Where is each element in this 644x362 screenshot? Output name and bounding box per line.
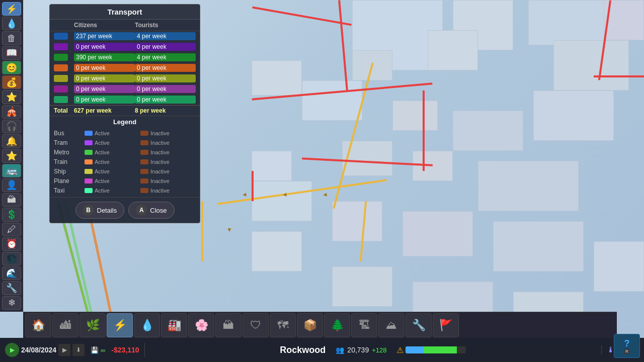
close-button[interactable]: A Close	[128, 202, 174, 219]
toolbar-icon-flag[interactable]: 🚩	[433, 313, 459, 337]
transport-row-ship: 0 per week 0 per week	[50, 73, 200, 84]
sidebar-btn-dark[interactable]: 🌑	[2, 252, 21, 265]
details-button[interactable]: B Details	[75, 202, 125, 219]
r-badge: R	[624, 349, 630, 354]
sidebar-btn-audio[interactable]: 🎧	[2, 120, 21, 133]
population-area: 👥 20,739 +128	[336, 346, 386, 354]
details-key: B	[83, 205, 94, 216]
sidebar-btn-terrain[interactable]: 🏔	[2, 193, 21, 207]
bottom-toolbar: 🏠 🏙 🌿 ⚡ 💧 🏭 🌸 🏔 🛡 🗺 📦 🌲 🏗 ⛰ 🔧 🚩	[23, 312, 617, 338]
tram-citizens: 0 per week	[74, 43, 135, 51]
legend-tram-inactive-swatch	[140, 140, 148, 145]
legend-ship-name: Ship	[54, 167, 84, 176]
toolbar-icon-city[interactable]: 🏙	[52, 313, 78, 337]
speed-options-button[interactable]: ⬇	[72, 344, 85, 356]
toolbar-icon-wrench[interactable]: 🔧	[406, 313, 432, 337]
legend-train-active: Active	[85, 157, 140, 166]
transport-row-bus: 237 per week 4 per week	[50, 31, 200, 42]
legend-tram-name: Tram	[54, 138, 84, 147]
happiness-bar	[406, 346, 466, 353]
legend-tram-inactive-label: Inactive	[150, 140, 170, 146]
legend-taxi-active: Active	[85, 186, 140, 195]
legend-plane-active: Active	[85, 176, 140, 186]
sidebar-btn-budget[interactable]: 💲	[2, 208, 21, 221]
sidebar-btn-power[interactable]: ⚡	[2, 2, 21, 16]
sidebar-btn-trash[interactable]: 🗑	[2, 31, 21, 45]
city-name: Rockwood	[280, 345, 326, 355]
legend-taxi-active-label: Active	[95, 188, 110, 194]
toolbar-icon-flower[interactable]: 🌸	[188, 313, 214, 337]
toolbar-icon-hill[interactable]: ⛰	[378, 313, 405, 337]
toolbar-icon-nature[interactable]: 🌿	[79, 313, 106, 337]
population-icon: 👥	[336, 346, 344, 354]
metro-citizens: 390 per week	[74, 53, 135, 61]
ship-citizens: 0 per week	[74, 74, 135, 82]
legend-ship-inactive: Inactive	[140, 167, 196, 176]
toolbar-icon-industry[interactable]: 🏭	[161, 313, 187, 337]
legend-train-inactive: Inactive	[140, 157, 196, 166]
sidebar-btn-happiness[interactable]: 😊	[2, 61, 21, 74]
sidebar-btn-bell[interactable]: 🔔	[2, 134, 21, 148]
legend-bus-inactive: Inactive	[140, 129, 196, 138]
happiness-icon: ⚠	[396, 345, 404, 355]
toolbar-icon-construction[interactable]: 🏗	[351, 313, 377, 337]
legend-plane-inactive-label: Inactive	[150, 178, 170, 184]
sidebar-btn-time[interactable]: ⏰	[2, 237, 21, 251]
toolbar-icon-shield[interactable]: 🛡	[243, 313, 269, 337]
save-area: 💾 ∞	[87, 346, 109, 354]
toolbar-icon-tree[interactable]: 🌲	[324, 313, 350, 337]
play-button[interactable]: ▶	[5, 343, 19, 357]
toolbar-icon-box[interactable]: 📦	[297, 313, 323, 337]
header-citizens: Citizens	[74, 22, 135, 29]
plane-icon-cell	[54, 85, 74, 93]
toolbar-icon-mountain[interactable]: 🏔	[215, 313, 242, 337]
total-label: Total	[54, 107, 74, 114]
total-row: Total 627 per week 8 per week	[50, 105, 200, 116]
sidebar-btn-pen[interactable]: 🖊	[2, 223, 21, 236]
happiness-area: ⚠	[396, 345, 466, 355]
sidebar-btn-money[interactable]: 💰	[2, 75, 21, 89]
sidebar-btn-tools[interactable]: 🔧	[2, 281, 21, 295]
bus-citizens: 237 per week	[74, 32, 135, 40]
legend-train-inactive-swatch	[140, 159, 148, 164]
ship-icon-cell	[54, 75, 74, 82]
transport-row-train: 0 per week 0 per week	[50, 63, 200, 73]
legend-bus-active-swatch	[85, 131, 93, 136]
population-delta: +128	[372, 346, 386, 354]
sidebar-btn-events[interactable]: 🎪	[2, 105, 21, 119]
sidebar-btn-transport[interactable]: 🚌	[2, 164, 21, 177]
transport-row-taxi: 0 per week 0 per week	[50, 95, 200, 105]
legend-train-name: Train	[54, 157, 84, 166]
legend-tram-active-swatch	[85, 140, 93, 145]
legend-ship-inactive-swatch	[140, 169, 148, 174]
toolbar-icon-water[interactable]: 💧	[134, 313, 160, 337]
sidebar-btn-water[interactable]: 💧	[2, 17, 21, 30]
help-button[interactable]: ? R	[614, 334, 640, 358]
sidebar-btn-snow[interactable]: ❄	[2, 296, 21, 310]
toolbar-icon-home[interactable]: 🏠	[25, 313, 51, 337]
toolbar-icon-map[interactable]: 🗺	[270, 313, 296, 337]
legend-taxi-inactive-swatch	[140, 188, 148, 193]
sidebar-btn-star[interactable]: ⭐	[2, 90, 21, 104]
sidebar-btn-citizens[interactable]: 👤	[2, 178, 21, 192]
legend-bus-active: Active	[85, 129, 140, 138]
toolbar-icon-power[interactable]: ⚡	[107, 313, 133, 337]
sidebar-btn-star2[interactable]: ⭐	[2, 149, 21, 162]
status-bar: ▶ 24/08/2024 ▶ ⬇ 💾 ∞ -$23,110 Rockwood 👥…	[0, 338, 644, 362]
legend-plane-inactive: Inactive	[140, 176, 196, 186]
transport-row-metro: 390 per week 4 per week	[50, 52, 200, 63]
panel-buttons: B Details A Close	[50, 197, 200, 223]
legend-train-inactive-label: Inactive	[150, 159, 170, 165]
legend-metro-name: Metro	[54, 148, 84, 157]
header-tourists: Tourists	[135, 22, 196, 29]
total-citizens: 627 per week	[74, 107, 135, 114]
speed-forward-button[interactable]: ▶	[58, 344, 70, 356]
legend-metro-active-label: Active	[95, 149, 110, 155]
save-icon: 💾	[91, 346, 99, 354]
transport-row-tram: 0 per week 0 per week	[50, 42, 200, 52]
legend-taxi-inactive: Inactive	[140, 186, 196, 195]
sidebar-btn-water2[interactable]: 🌊	[2, 266, 21, 280]
sidebar-btn-book[interactable]: 📖	[2, 46, 21, 60]
date-display: 24/08/2024	[21, 346, 56, 354]
money-display: -$23,110	[111, 346, 139, 354]
